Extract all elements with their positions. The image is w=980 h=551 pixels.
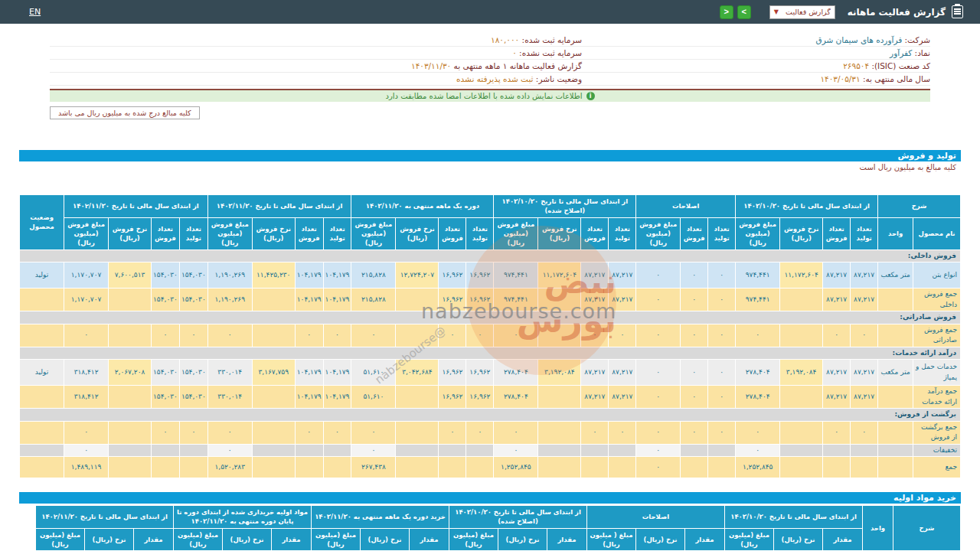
table-cell [780, 457, 823, 478]
column-header: نرخ فروش (ریال) [109, 217, 152, 249]
table-cell: ۱۶,۹۶۲ [466, 262, 494, 289]
table-cell: ۳,۱۶۷,۷۵۹ [252, 360, 295, 386]
table-cell: ۸۷,۲۱۷ [851, 360, 878, 386]
column-header: مبلغ فروش (میلیون ریال) [636, 217, 681, 249]
column-header: دوره یک ماهه منتهی به ۱۴۰۳/۱۱/۳۰ [351, 195, 494, 218]
column-header: از ابتدای سال مالی تا تاریخ ۱۴۰۳/۱۰/۳۰ [736, 195, 878, 218]
table-cell: ۰ [207, 444, 252, 457]
table-cell [823, 444, 851, 457]
section-production-sales-title: تولید و فروش [897, 151, 956, 161]
table-cell [780, 386, 823, 409]
table-cell: تولید [20, 262, 64, 289]
raw-materials-table: شرحواحداز ابتدای سال مالی تا تاریخ ۱۴۰۳/… [35, 505, 961, 551]
table-cell [20, 457, 64, 478]
table-row: درآمد ارائه خدمات: [20, 347, 961, 360]
table-cell: ۱۶,۹۶۲ [439, 289, 466, 311]
report-type-select[interactable]: گزارش فعالیت ▼ [769, 5, 835, 19]
table-cell: ۰ [823, 324, 851, 347]
table-cell [878, 457, 913, 478]
page-title: گزارش فعالیت ماهانه [848, 7, 946, 18]
table-cell: ۰ [351, 444, 396, 457]
table-cell: ۰ [681, 360, 708, 386]
table-cell: ۸۷,۲۱۷ [609, 289, 636, 311]
section-raw-materials-header: خرید مواد اولیه [19, 492, 961, 504]
language-toggle[interactable]: EN [29, 7, 41, 17]
company-info-row: نماد: کفرآورسرمایه ثبت نشده: ۰ [50, 47, 930, 60]
info-pair: شرکت: فرآورده های سیمان شرق [816, 34, 930, 47]
table-cell: ۰ [323, 421, 351, 444]
table-cell: ۸۷,۲۱۷ [851, 386, 878, 409]
table-cell: ۳۳۰,۰۱۴ [207, 360, 252, 386]
column-header: نرخ (ریال) [636, 528, 685, 551]
column-header: از ابتدای سال مالی تا تاریخ ۱۴۰۳/۱۰/۳۰ (… [494, 195, 636, 218]
column-header: تعداد فروش [152, 217, 180, 249]
column-header: اصلاحات [636, 195, 736, 218]
table-cell [179, 444, 207, 457]
table-cell [109, 421, 152, 444]
table-cell: ۰ [681, 289, 708, 311]
table-cell: ۰ [494, 421, 538, 444]
production-sales-table: شرحاز ابتدای سال مالی تا تاریخ ۱۴۰۳/۱۰/۳… [19, 194, 961, 478]
table-cell [396, 386, 439, 409]
column-header: تعداد فروش [581, 217, 609, 249]
table-cell: ۰ [851, 324, 878, 347]
column-header: نرخ فروش (ریال) [396, 217, 439, 249]
table-cell: ۵۱,۶۱۰ [351, 360, 396, 386]
info-pair: سرمایه ثبت شده: ۱۸۰,۰۰۰ [491, 34, 582, 47]
table-cell: ۸۷,۲۱۷ [581, 386, 609, 409]
table-cell: ۱۰۴,۱۷۹ [323, 262, 351, 289]
column-header: نرخ (ریال) [85, 528, 134, 551]
table-cell: ۰ [295, 324, 323, 347]
table-cell: ۱۰۴,۱۷۹ [323, 289, 351, 311]
table-cell: ۰ [64, 421, 109, 444]
table-cell: تخفیفات [913, 444, 961, 457]
table-row: خدمات حمل و پمپاژمتر مکعب۸۷,۲۱۷۸۷,۲۱۷۳,۱… [20, 360, 961, 386]
table-cell: درآمد ارائه خدمات: [20, 347, 961, 360]
table-cell: ۰ [295, 421, 323, 444]
table-cell: جمع درآمد ارائه خدمات [913, 386, 961, 409]
table-cell: ۱,۴۸۹,۱۱۹ [64, 457, 109, 478]
table-cell [609, 444, 636, 457]
table-cell: ۰ [681, 324, 708, 347]
table-cell: ۰ [636, 289, 681, 311]
table-cell [681, 444, 708, 457]
table-row: جمع فروش داخلی۸۷,۲۱۷۸۷,۲۱۷۹۷۴,۴۴۱۰۰۰۸۷,۲… [20, 289, 961, 311]
table-cell: ۱۶,۹۶۲ [439, 262, 466, 289]
table-cell: ۰ [466, 324, 494, 347]
table-cell: جمع برگشت از فروش [913, 421, 961, 444]
table-cell [466, 457, 494, 478]
prev-report-button[interactable]: < [720, 5, 733, 19]
next-report-button[interactable]: > [737, 5, 751, 19]
table-cell [439, 444, 466, 457]
column-header: تعداد تولید [609, 217, 636, 249]
column-header: خرید دوره یک ماهه منتهی به ۱۴۰۳/۱۱/۳۰ [312, 506, 449, 529]
column-header: تعداد فروش [681, 217, 708, 249]
column-header: مبلغ فروش (میلیون ریال) [351, 217, 396, 249]
column-header: از ابتدای سال مالی تا تاریخ ۱۴۰۳/۱۰/۳۰ [725, 506, 863, 529]
table-cell: ۰ [708, 360, 736, 386]
section-production-sales-header: تولید و فروش [19, 150, 961, 161]
table-cell [396, 457, 439, 478]
table-cell [780, 289, 823, 311]
table-cell: ۰ [636, 444, 681, 457]
table-cell [20, 421, 64, 444]
table-cell: ۰ [636, 262, 681, 289]
table-cell: ۱۶,۹۶۲ [466, 360, 494, 386]
table-cell: ۸۷,۲۱۷ [823, 289, 851, 311]
table-cell: ۱۱,۱۷۲,۶۰۴ [780, 262, 823, 289]
table-cell: ۰ [681, 386, 708, 409]
info-pair: کد صنعت (ISIC): ۲۶۹۵۰۴ [843, 60, 930, 73]
info-value: ثبت شده پذیرفته نشده [456, 74, 534, 83]
table-cell [823, 457, 851, 478]
table-cell: ۸۷,۲۱۷ [851, 262, 878, 289]
table-cell [252, 386, 295, 409]
info-value: ۱۴۰۳/۰۵/۳۱ [820, 74, 860, 83]
table-cell: ۰ [609, 324, 636, 347]
table-cell: ۳۱۸,۴۱۲ [64, 386, 109, 409]
table-cell: ۰ [494, 324, 538, 347]
table-cell: ۱۵۴,۰۳۰ [179, 289, 207, 311]
table-cell: ۸۷,۲۱۷ [823, 386, 851, 409]
table-cell: ۰ [823, 421, 851, 444]
table-cell: ۰ [179, 324, 207, 347]
table-cell: ۱۶,۹۶۲ [466, 289, 494, 311]
